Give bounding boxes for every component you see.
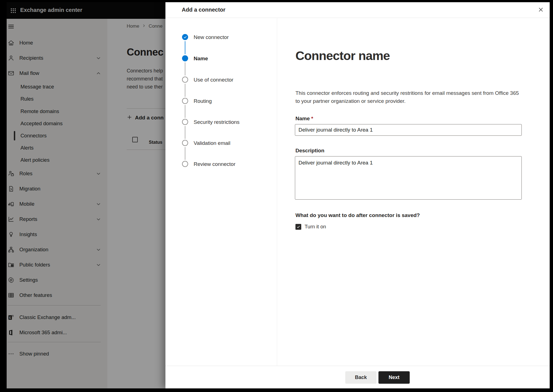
checkbox-checked-icon[interactable] [295, 224, 301, 230]
step-complete-icon [182, 34, 188, 40]
step-label: Routing [194, 98, 212, 104]
dialog-title: Add a connector [182, 7, 225, 13]
step-upcoming-icon [182, 77, 188, 83]
dialog-header: Add a connector [165, 2, 550, 18]
close-button[interactable] [536, 5, 546, 15]
step-upcoming-icon [182, 119, 188, 125]
step-label: Review connector [194, 161, 235, 167]
wizard-step-validation-email[interactable]: Validation email [165, 137, 277, 149]
wizard-step-new-connector[interactable]: New connector [165, 31, 277, 43]
turn-it-on-label: Turn it on [305, 224, 326, 230]
back-button[interactable]: Back [345, 371, 377, 384]
footer-divider [165, 366, 550, 366]
turn-it-on-checkbox-row[interactable]: Turn it on [295, 223, 326, 230]
step-label: Validation email [194, 140, 230, 146]
next-button[interactable]: Next [378, 371, 410, 384]
step-upcoming-icon [182, 140, 188, 146]
wizard-steps: New connectorNameUse of connectorRouting… [165, 18, 277, 366]
app-window: Exchange admin center HomeRecipientsMail… [7, 2, 550, 388]
step-current-icon [182, 55, 188, 61]
wizard-step-routing[interactable]: Routing [165, 95, 277, 107]
step-upcoming-icon [182, 98, 188, 104]
add-connector-dialog: Add a connector New connectorNameUse of … [165, 2, 550, 388]
step-upcoming-icon [182, 161, 188, 167]
step-label: Security restrictions [194, 119, 240, 125]
wizard-step-use-of-connector[interactable]: Use of connector [165, 74, 277, 86]
step-label: Name [194, 56, 208, 62]
close-icon [538, 7, 544, 14]
wizard-step-review-connector[interactable]: Review connector [165, 158, 277, 170]
wizard-step-name[interactable]: Name [165, 52, 277, 64]
name-input[interactable] [295, 124, 522, 136]
required-asterisk: * [311, 116, 313, 121]
name-field-label: Name* [295, 116, 313, 122]
description-textarea[interactable] [295, 156, 522, 200]
screenshot-frame: Exchange admin center HomeRecipientsMail… [0, 0, 553, 392]
wizard-step-security-restrictions[interactable]: Security restrictions [165, 116, 277, 128]
after-save-question: What do you want to do after connector i… [295, 212, 420, 218]
description-field-label: Description [295, 148, 324, 154]
step-label: New connector [194, 34, 229, 40]
step-description: This connector enforces routing and secu… [295, 89, 519, 105]
step-label: Use of connector [194, 77, 233, 83]
step-heading: Connector name [295, 49, 390, 63]
